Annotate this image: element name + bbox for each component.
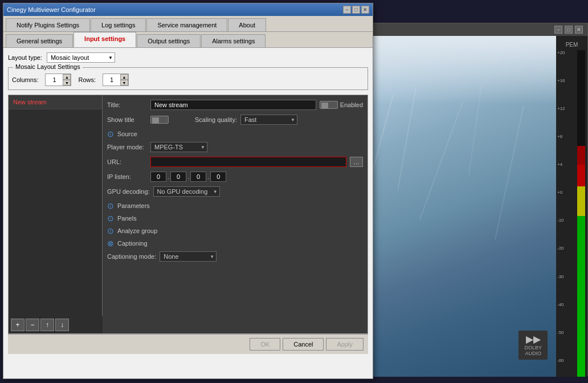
columns-label: Columns: [12,76,38,83]
show-title-toggle[interactable] [150,116,169,124]
ip-octet-4[interactable] [210,172,226,182]
captioning-section-header[interactable]: ⊗ Captioning [107,239,363,248]
pem-label: PEM [566,42,578,48]
analyze-group-section-header[interactable]: ⊙ Analyze group [107,226,363,235]
show-title-row: Show title Scaling quality: Fast Good Be… [107,115,363,125]
tab-alarms-settings[interactable]: Alarms settings [201,34,266,47]
layout-type-label: Layout type: [8,54,42,61]
apply-button[interactable]: Apply [326,338,364,351]
tab-log-settings[interactable]: Log settings [91,18,146,31]
layout-type-select-wrapper: Mosaic layout Single layout [47,52,115,63]
dialog-button-bar: OK Cancel Apply [8,334,368,354]
analyze-group-chevron-icon: ⊙ [107,226,114,235]
panels-section-header[interactable]: ⊙ Panels [107,214,363,223]
rows-input[interactable] [103,76,120,83]
tab-notify-plugins[interactable]: Notify Plugins Settings [6,18,90,31]
tab-service-management[interactable]: Service management [146,18,227,31]
enabled-toggle-group: Enabled [320,101,363,109]
captioning-chevron-icon: ⊗ [107,239,114,248]
columns-down-button[interactable]: ▼ [63,80,71,85]
columns-input[interactable] [46,76,63,83]
enabled-label: Enabled [340,101,363,108]
cancel-button[interactable]: Cancel [283,338,324,351]
bg-close-button[interactable]: ✕ [575,26,583,34]
title-input[interactable] [150,100,316,110]
gpu-decoding-select[interactable]: No GPU decoding Auto NVIDIA [153,186,220,197]
stream-list-buttons: + − ↑ ↓ [9,316,103,333]
bg-minimize-button[interactable]: − [554,26,562,34]
move-down-button[interactable]: ↓ [55,319,69,331]
player-mode-label: Player mode: [107,144,147,150]
config-window: Cinegy Multiviewer Configurator − □ ✕ No… [3,3,373,379]
scaling-quality-label: Scaling quality: [195,116,237,123]
background-window: eam − □ ✕ ▶▶ DOLBYAUDIO PEM [349,23,588,376]
ip-octet-3[interactable] [190,172,206,182]
captioning-mode-select-wrapper: None CEA-608 CEA-708 [160,251,217,262]
captioning-mode-select[interactable]: None CEA-608 CEA-708 [160,251,217,262]
title-bar: Cinegy Multiviewer Configurator − □ ✕ [3,3,373,16]
rows-label: Rows: [78,76,96,83]
restore-button[interactable]: □ [352,6,360,14]
dolby-logo: ▶▶ [524,334,542,345]
url-label: URL: [107,158,147,165]
stream-list-container: New stream + − ↑ ↓ [9,95,103,333]
stream-item[interactable]: New stream [9,95,102,109]
tab-output-settings[interactable]: Output settings [137,34,201,47]
meter-bar [577,50,585,377]
player-mode-select-wrapper: MPEG-TS NDI SDI [150,142,207,152]
columns-rows-row: Columns: ▲ ▼ Rows: ▲ ▼ [12,74,364,86]
meter-green-segment [577,216,585,377]
meter-orange-segment [577,165,585,187]
bg-restore-button[interactable]: □ [565,26,573,34]
parameters-section-header[interactable]: ⊙ Parameters [107,201,363,210]
app-title: Cinegy Multiviewer Configurator [7,6,96,13]
tab-general-settings[interactable]: General settings [6,34,73,47]
player-mode-row: Player mode: MPEG-TS NDI SDI [107,142,363,152]
parameters-chevron-icon: ⊙ [107,201,114,210]
captioning-mode-row: Captioning mode: None CEA-608 CEA-708 [107,251,363,262]
ok-button[interactable]: OK [250,338,280,351]
tab-about[interactable]: About [228,18,266,31]
dolby-badge: ▶▶ DOLBYAUDIO [518,331,548,360]
panels-label: Panels [117,215,137,222]
remove-stream-button[interactable]: − [26,319,39,331]
enabled-toggle[interactable] [320,101,338,109]
ip-listen-row: IP listen: . . . [107,172,363,182]
parameters-label: Parameters [117,202,150,209]
columns-up-button[interactable]: ▲ [63,74,71,80]
scaling-quality-select-wrapper: Fast Good Best [240,115,297,125]
meter-red-segment [577,146,585,164]
layout-type-select[interactable]: Mosaic layout Single layout [47,52,115,63]
ip-listen-label: IP listen: [107,173,147,180]
captioning-mode-label: Captioning mode: [107,253,156,260]
stream-list: New stream [9,95,103,316]
source-chevron-icon: ⊙ [107,129,114,138]
content-area: Layout type: Mosaic layout Single layout… [3,48,373,358]
ip-octet-1[interactable] [150,172,166,182]
player-mode-select[interactable]: MPEG-TS NDI SDI [150,142,207,152]
columns-spinbox: ▲ ▼ [45,74,71,86]
rows-down-button[interactable]: ▼ [120,80,128,85]
ip-octet-2[interactable] [170,172,186,182]
show-title-label: Show title [107,116,147,123]
tab-input-settings[interactable]: Input settings [74,32,136,47]
bg-window-title-bar: eam − □ ✕ [349,23,587,36]
url-input[interactable] [150,157,346,167]
mosaic-group-label: Mosaic Layout Settings [13,63,83,70]
rows-spinbox: ▲ ▼ [103,74,129,86]
tabs-row-2: General settings Input settings Output s… [3,32,373,48]
close-button[interactable]: ✕ [361,6,369,14]
move-up-button[interactable]: ↑ [40,319,54,331]
source-section-header[interactable]: ⊙ Source [107,129,363,138]
source-label: Source [117,131,137,137]
ip-listen-inputs: . . . [150,172,226,182]
add-stream-button[interactable]: + [11,319,24,331]
minimize-button[interactable]: − [343,6,351,14]
gpu-decoding-select-wrapper: No GPU decoding Auto NVIDIA [153,186,220,197]
scaling-quality-select[interactable]: Fast Good Best [240,115,297,125]
pem-meter: PEM +20 +16 +12 +8 +4 +0 -10 -20 -30 -40… [556,36,587,377]
rows-up-button[interactable]: ▲ [120,74,128,80]
browse-button[interactable]: ... [350,157,363,167]
layout-type-row: Layout type: Mosaic layout Single layout [8,52,368,63]
mosaic-layout-settings-group: Mosaic Layout Settings Columns: ▲ ▼ Rows… [8,67,368,90]
